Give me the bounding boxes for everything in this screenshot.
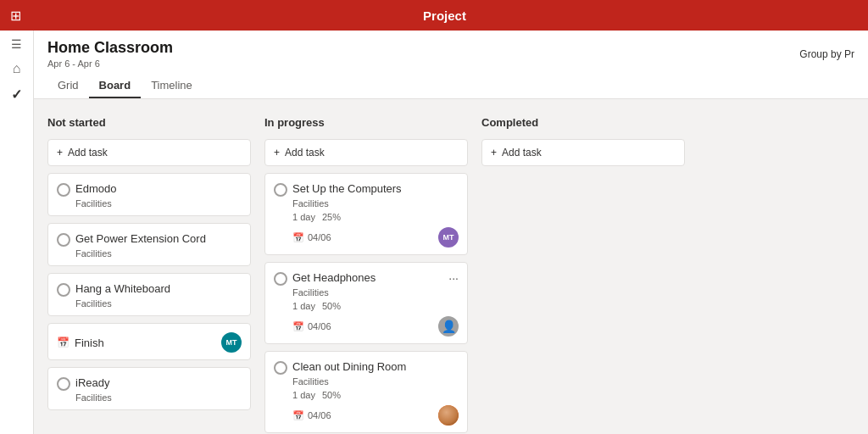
plus-icon-progress: + (274, 147, 280, 159)
task-checkbox-dining-room[interactable] (274, 361, 287, 375)
task-category-dining-room: Facilities (292, 376, 459, 387)
task-checkbox-iready[interactable] (57, 377, 70, 391)
task-category-setup: Facilities (292, 198, 459, 209)
app-title: Project (31, 8, 858, 23)
task-card-edmodo: Edmodo Facilities (47, 173, 251, 216)
task-card-setup-computers: Set Up the Computers Facilities 1 day 25… (264, 173, 468, 255)
task-card-power-cord: Get Power Extension Cord Facilities (47, 223, 251, 266)
column-completed: Completed + Add task (481, 113, 685, 420)
avatar-dining (438, 405, 459, 426)
task-name-iready: iReady (75, 376, 242, 389)
task-checkbox-edmodo[interactable] (57, 183, 70, 197)
check-icon[interactable]: ✓ (11, 86, 22, 103)
add-task-in-progress[interactable]: + Add task (264, 139, 468, 166)
home-icon[interactable]: ⌂ (13, 61, 21, 76)
main-content: Home Classroom Apr 6 - Apr 6 Group by Pr… (34, 31, 868, 434)
task-name-power-cord: Get Power Extension Cord (75, 232, 242, 245)
calendar-icon-setup: 📅 (292, 232, 304, 243)
tab-board[interactable]: Board (89, 75, 142, 98)
task-category-edmodo: Facilities (75, 198, 242, 209)
task-card-headphones: Get Headphones ··· Facilities 1 day 50% … (264, 262, 468, 344)
task-name-dining-room: Clean out Dining Room (292, 360, 459, 373)
calendar-icon-dining: 📅 (292, 410, 304, 421)
more-icon-headphones[interactable]: ··· (448, 271, 459, 285)
tab-timeline[interactable]: Timeline (141, 75, 203, 98)
board: Not started + Add task Edmodo Facilities (34, 99, 868, 434)
task-date-dining: 04/06 (308, 410, 331, 420)
tab-bar: Grid Board Timeline (47, 75, 854, 98)
task-progress-setup: 25% (322, 212, 341, 222)
task-category-headphones: Facilities (292, 287, 459, 298)
task-checkbox-setup-computers[interactable] (274, 183, 287, 197)
calendar-icon-headphones: 📅 (292, 321, 304, 332)
hamburger-icon[interactable]: ☰ (11, 37, 22, 51)
task-days-setup: 1 day (292, 212, 315, 222)
task-category-iready: Facilities (75, 392, 242, 403)
task-checkbox-whiteboard[interactable] (57, 283, 70, 297)
group-by[interactable]: Group by Pr (799, 48, 854, 60)
task-card-iready: iReady Facilities (47, 367, 251, 410)
task-progress-dining: 50% (322, 390, 341, 400)
task-name-headphones: Get Headphones (292, 271, 443, 284)
task-progress-headphones: 50% (322, 301, 341, 311)
plus-icon: + (57, 147, 63, 159)
task-checkbox-power-cord[interactable] (57, 233, 70, 247)
task-card-dining-room: Clean out Dining Room Facilities 1 day 5… (264, 351, 468, 433)
task-checkbox-headphones[interactable] (274, 272, 287, 286)
task-name-setup-computers: Set Up the Computers (292, 182, 459, 195)
column-header-not-started: Not started (47, 113, 251, 132)
sidebar: ☰ ⌂ ✓ (0, 31, 34, 434)
column-in-progress: In progress + Add task Set Up the Comput… (264, 113, 468, 420)
task-card-finish: 📅 Finish MT (47, 323, 251, 360)
avatar-finish: MT (221, 332, 242, 353)
task-days-headphones: 1 day (292, 301, 315, 311)
task-name-edmodo: Edmodo (75, 182, 242, 195)
add-task-completed[interactable]: + Add task (481, 139, 685, 166)
page-title: Home Classroom (47, 39, 173, 57)
avatar-setup: MT (438, 227, 459, 248)
avatar-headphones: 👤 (438, 316, 459, 337)
project-dates: Apr 6 - Apr 6 (47, 58, 173, 69)
task-days-dining: 1 day (292, 390, 315, 400)
add-task-not-started[interactable]: + Add task (47, 139, 251, 166)
column-header-completed: Completed (481, 113, 685, 132)
column-not-started: Not started + Add task Edmodo Facilities (47, 113, 251, 420)
column-header-in-progress: In progress (264, 113, 468, 132)
plus-icon-completed: + (491, 147, 497, 159)
grid-icon: ⊞ (10, 8, 21, 24)
tab-grid[interactable]: Grid (47, 75, 89, 98)
task-name-whiteboard: Hang a Whiteboard (75, 282, 242, 295)
calendar-icon-finish: 📅 (57, 337, 70, 348)
page-header: Home Classroom Apr 6 - Apr 6 Group by Pr… (34, 31, 868, 99)
task-category-whiteboard: Facilities (75, 298, 242, 309)
task-name-finish: Finish (75, 337, 104, 349)
task-category-power-cord: Facilities (75, 248, 242, 259)
task-date-setup: 04/06 (308, 232, 331, 242)
task-card-whiteboard: Hang a Whiteboard Facilities (47, 273, 251, 316)
task-date-headphones: 04/06 (308, 321, 331, 331)
